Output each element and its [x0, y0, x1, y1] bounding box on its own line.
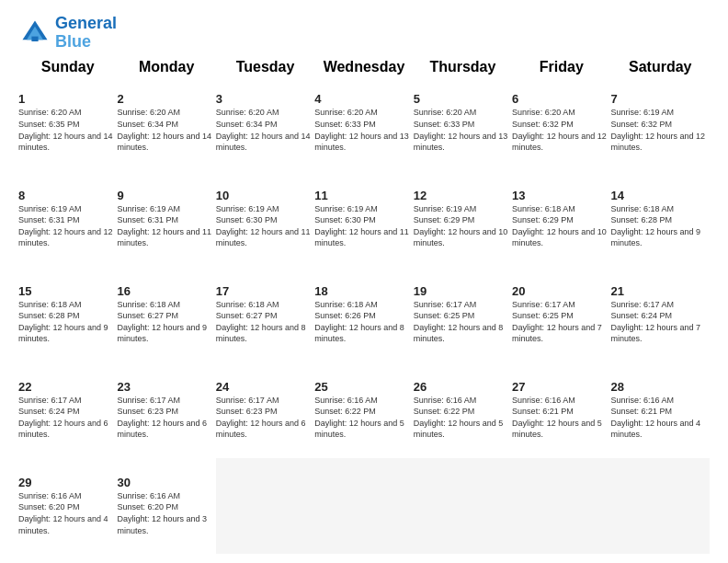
- calendar-table: Sunday Monday Tuesday Wednesday Thursday…: [18, 59, 710, 554]
- calendar-day: 19 Sunrise: 6:17 AM Sunset: 6:25 PM Dayl…: [414, 267, 512, 362]
- day-number: 28: [611, 380, 710, 394]
- col-friday: Friday: [512, 59, 610, 75]
- day-info: Sunrise: 6:17 AM Sunset: 6:23 PM Dayligh…: [117, 395, 215, 441]
- calendar-day: 24 Sunrise: 6:17 AM Sunset: 6:23 PM Dayl…: [216, 362, 314, 458]
- calendar-day: 30 Sunrise: 6:16 AM Sunset: 6:20 PM Dayl…: [117, 458, 215, 554]
- col-tuesday: Tuesday: [216, 59, 314, 75]
- calendar-week-row: 1 Sunrise: 6:20 AM Sunset: 6:35 PM Dayli…: [18, 75, 710, 171]
- calendar-day: 15 Sunrise: 6:18 AM Sunset: 6:28 PM Dayl…: [18, 267, 117, 362]
- calendar-day: 12 Sunrise: 6:19 AM Sunset: 6:29 PM Dayl…: [414, 171, 512, 267]
- day-info: Sunrise: 6:18 AM Sunset: 6:29 PM Dayligh…: [512, 203, 610, 249]
- calendar-day: 5 Sunrise: 6:20 AM Sunset: 6:33 PM Dayli…: [414, 75, 512, 171]
- day-number: 13: [512, 189, 610, 202]
- calendar-week-row: 29 Sunrise: 6:16 AM Sunset: 6:20 PM Dayl…: [18, 458, 710, 554]
- calendar-day: 29 Sunrise: 6:16 AM Sunset: 6:20 PM Dayl…: [18, 458, 117, 554]
- day-info: Sunrise: 6:17 AM Sunset: 6:24 PM Dayligh…: [18, 395, 117, 441]
- day-info: Sunrise: 6:17 AM Sunset: 6:24 PM Dayligh…: [611, 299, 710, 345]
- svg-rect-2: [31, 36, 38, 40]
- calendar-day: 8 Sunrise: 6:19 AM Sunset: 6:31 PM Dayli…: [18, 171, 117, 267]
- day-info: Sunrise: 6:16 AM Sunset: 6:21 PM Dayligh…: [611, 395, 710, 441]
- day-info: Sunrise: 6:17 AM Sunset: 6:25 PM Dayligh…: [512, 299, 610, 345]
- day-number: 11: [314, 189, 413, 202]
- day-number: 12: [414, 189, 512, 202]
- day-number: 3: [216, 92, 314, 106]
- calendar-day: 18 Sunrise: 6:18 AM Sunset: 6:26 PM Dayl…: [314, 267, 413, 362]
- calendar-day: 13 Sunrise: 6:18 AM Sunset: 6:29 PM Dayl…: [512, 171, 610, 267]
- day-info: Sunrise: 6:17 AM Sunset: 6:25 PM Dayligh…: [414, 299, 512, 345]
- day-info: Sunrise: 6:19 AM Sunset: 6:31 PM Dayligh…: [117, 203, 215, 249]
- day-number: 26: [414, 380, 512, 394]
- calendar-week-row: 8 Sunrise: 6:19 AM Sunset: 6:31 PM Dayli…: [18, 171, 710, 267]
- day-number: 22: [18, 380, 117, 394]
- col-sunday: Sunday: [18, 59, 117, 75]
- day-info: Sunrise: 6:16 AM Sunset: 6:20 PM Dayligh…: [18, 490, 117, 536]
- day-number: 21: [611, 284, 710, 298]
- day-info: Sunrise: 6:20 AM Sunset: 6:32 PM Dayligh…: [512, 107, 610, 153]
- day-number: 30: [117, 476, 215, 489]
- day-number: 18: [314, 284, 413, 298]
- logo-icon: [18, 17, 51, 50]
- day-number: 15: [18, 284, 117, 298]
- day-number: 1: [18, 92, 117, 106]
- calendar-empty-day: [512, 458, 610, 554]
- day-info: Sunrise: 6:19 AM Sunset: 6:30 PM Dayligh…: [314, 203, 413, 249]
- calendar-empty-day: [314, 458, 413, 554]
- calendar-day: 23 Sunrise: 6:17 AM Sunset: 6:23 PM Dayl…: [117, 362, 215, 458]
- day-number: 16: [117, 284, 215, 298]
- day-info: Sunrise: 6:17 AM Sunset: 6:23 PM Dayligh…: [216, 395, 314, 441]
- day-info: Sunrise: 6:19 AM Sunset: 6:31 PM Dayligh…: [18, 203, 117, 249]
- day-number: 25: [314, 380, 413, 394]
- calendar-day: 4 Sunrise: 6:20 AM Sunset: 6:33 PM Dayli…: [314, 75, 413, 171]
- day-number: 4: [314, 92, 413, 106]
- day-number: 23: [117, 380, 215, 394]
- day-info: Sunrise: 6:20 AM Sunset: 6:35 PM Dayligh…: [18, 107, 117, 153]
- calendar-day: 9 Sunrise: 6:19 AM Sunset: 6:31 PM Dayli…: [117, 171, 215, 267]
- calendar-day: 16 Sunrise: 6:18 AM Sunset: 6:27 PM Dayl…: [117, 267, 215, 362]
- calendar-week-row: 22 Sunrise: 6:17 AM Sunset: 6:24 PM Dayl…: [18, 362, 710, 458]
- page: General Blue Sunday Monday Tuesday Wedne…: [0, 0, 728, 563]
- calendar-day: 25 Sunrise: 6:16 AM Sunset: 6:22 PM Dayl…: [314, 362, 413, 458]
- calendar-day: 10 Sunrise: 6:19 AM Sunset: 6:30 PM Dayl…: [216, 171, 314, 267]
- day-number: 20: [512, 284, 610, 298]
- day-info: Sunrise: 6:19 AM Sunset: 6:29 PM Dayligh…: [414, 203, 512, 249]
- day-info: Sunrise: 6:18 AM Sunset: 6:28 PM Dayligh…: [18, 299, 117, 345]
- calendar-day: 26 Sunrise: 6:16 AM Sunset: 6:22 PM Dayl…: [414, 362, 512, 458]
- calendar-day: 3 Sunrise: 6:20 AM Sunset: 6:34 PM Dayli…: [216, 75, 314, 171]
- day-info: Sunrise: 6:19 AM Sunset: 6:32 PM Dayligh…: [611, 107, 710, 153]
- day-number: 19: [414, 284, 512, 298]
- day-number: 5: [414, 92, 512, 106]
- day-info: Sunrise: 6:20 AM Sunset: 6:34 PM Dayligh…: [117, 107, 215, 153]
- day-number: 27: [512, 380, 610, 394]
- day-number: 24: [216, 380, 314, 394]
- day-number: 10: [216, 189, 314, 202]
- col-monday: Monday: [117, 59, 215, 75]
- calendar-empty-day: [216, 458, 314, 554]
- calendar-day: 14 Sunrise: 6:18 AM Sunset: 6:28 PM Dayl…: [611, 171, 710, 267]
- day-info: Sunrise: 6:16 AM Sunset: 6:20 PM Dayligh…: [117, 490, 215, 536]
- day-info: Sunrise: 6:19 AM Sunset: 6:30 PM Dayligh…: [216, 203, 314, 249]
- calendar-day: 7 Sunrise: 6:19 AM Sunset: 6:32 PM Dayli…: [611, 75, 710, 171]
- logo: General Blue: [18, 15, 117, 52]
- col-saturday: Saturday: [611, 59, 710, 75]
- day-info: Sunrise: 6:20 AM Sunset: 6:33 PM Dayligh…: [314, 107, 413, 153]
- day-number: 14: [611, 189, 710, 202]
- calendar-week-row: 15 Sunrise: 6:18 AM Sunset: 6:28 PM Dayl…: [18, 267, 710, 362]
- calendar-day: 27 Sunrise: 6:16 AM Sunset: 6:21 PM Dayl…: [512, 362, 610, 458]
- calendar-day: 22 Sunrise: 6:17 AM Sunset: 6:24 PM Dayl…: [18, 362, 117, 458]
- day-info: Sunrise: 6:20 AM Sunset: 6:33 PM Dayligh…: [414, 107, 512, 153]
- day-number: 8: [18, 189, 117, 202]
- day-number: 2: [117, 92, 215, 106]
- day-number: 17: [216, 284, 314, 298]
- calendar-day: 28 Sunrise: 6:16 AM Sunset: 6:21 PM Dayl…: [611, 362, 710, 458]
- calendar-day: 21 Sunrise: 6:17 AM Sunset: 6:24 PM Dayl…: [611, 267, 710, 362]
- calendar-empty-day: [611, 458, 710, 554]
- calendar-day: 20 Sunrise: 6:17 AM Sunset: 6:25 PM Dayl…: [512, 267, 610, 362]
- day-info: Sunrise: 6:16 AM Sunset: 6:22 PM Dayligh…: [414, 395, 512, 441]
- day-number: 9: [117, 189, 215, 202]
- calendar-header-row: Sunday Monday Tuesday Wednesday Thursday…: [18, 59, 710, 75]
- day-info: Sunrise: 6:16 AM Sunset: 6:21 PM Dayligh…: [512, 395, 610, 441]
- calendar-day: 11 Sunrise: 6:19 AM Sunset: 6:30 PM Dayl…: [314, 171, 413, 267]
- day-number: 6: [512, 92, 610, 106]
- calendar-day: 17 Sunrise: 6:18 AM Sunset: 6:27 PM Dayl…: [216, 267, 314, 362]
- calendar-empty-day: [414, 458, 512, 554]
